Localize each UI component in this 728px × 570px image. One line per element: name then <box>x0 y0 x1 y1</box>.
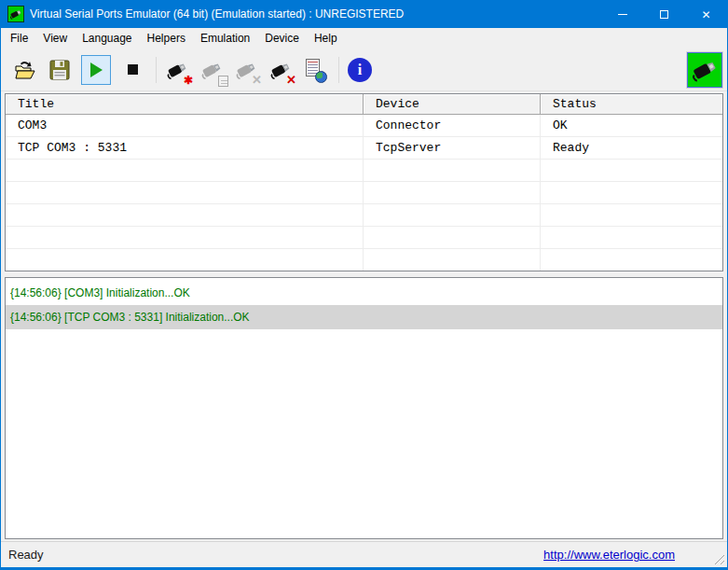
device-properties-button[interactable] <box>199 57 225 83</box>
titlebar[interactable]: Virtual Serial Ports Emulator (64 bit) (… <box>1 0 727 28</box>
table-empty-row <box>6 249 722 271</box>
table-empty-row <box>6 160 722 182</box>
table-empty-row <box>6 227 722 249</box>
status-text: Ready <box>8 548 44 562</box>
device-table: Title Device Status COM3 Connector OK TC… <box>5 93 723 271</box>
about-button[interactable] <box>347 57 373 83</box>
app-window: Virtual Serial Ports Emulator (64 bit) (… <box>0 0 728 570</box>
stop-emulation-button[interactable] <box>119 57 145 83</box>
new-star-icon <box>184 72 193 87</box>
globe-icon <box>315 71 327 83</box>
column-header-status[interactable]: Status <box>541 94 722 115</box>
connector-icon <box>9 7 22 21</box>
open-button[interactable] <box>12 57 38 83</box>
maximize-icon <box>660 10 668 19</box>
minimize-button[interactable] <box>601 0 643 28</box>
delete-x-icon <box>252 72 262 87</box>
window-title: Virtual Serial Ports Emulator (64 bit) (… <box>30 7 404 21</box>
log-panel: {14:56:06} [COM3] Initialization...OK {1… <box>5 277 723 539</box>
connector-icon <box>691 56 719 84</box>
start-emulation-button[interactable] <box>81 55 111 85</box>
list-globe-icon <box>306 59 324 81</box>
cell-title: COM3 <box>6 115 364 137</box>
menu-view[interactable]: View <box>35 29 75 48</box>
menu-emulation[interactable]: Emulation <box>193 29 257 48</box>
menubar: File View Language Helpers Emulation Dev… <box>1 28 727 49</box>
open-folder-icon <box>14 60 36 80</box>
menu-device[interactable]: Device <box>257 29 307 48</box>
window-controls <box>601 0 727 28</box>
table-empty-row <box>6 182 722 204</box>
resize-grip-icon[interactable] <box>712 552 724 564</box>
statusbar: Ready http://www.eterlogic.com <box>1 541 727 567</box>
log-entry[interactable]: {14:56:06} [COM3] Initialization...OK <box>6 281 722 305</box>
menu-help[interactable]: Help <box>307 29 345 48</box>
table-empty-row <box>6 204 722 227</box>
table-row[interactable]: TCP COM3 : 5331 TcpServer Ready <box>6 137 722 160</box>
stop-icon <box>128 64 138 75</box>
cell-device: Connector <box>364 115 541 137</box>
cell-status: OK <box>541 115 722 137</box>
menu-language[interactable]: Language <box>75 29 139 48</box>
delete-all-devices-button[interactable] <box>268 57 294 83</box>
minimize-icon <box>618 14 627 15</box>
cell-status: Ready <box>541 137 722 160</box>
info-icon <box>348 58 372 82</box>
properties-doc-icon <box>218 76 228 87</box>
column-header-title[interactable]: Title <box>6 94 364 115</box>
app-icon <box>7 6 24 22</box>
cell-device: TcpServer <box>364 137 541 160</box>
delete-all-x-icon <box>286 72 296 87</box>
toolbar <box>1 49 727 91</box>
floppy-disk-icon <box>49 60 70 80</box>
menu-file[interactable]: File <box>3 29 35 48</box>
maximize-button[interactable] <box>643 0 685 28</box>
close-icon <box>701 6 710 22</box>
table-header: Title Device Status <box>6 94 722 115</box>
vspe-logo <box>687 52 722 88</box>
table-row[interactable]: COM3 Connector OK <box>6 115 722 137</box>
play-icon <box>90 63 103 77</box>
toolbar-separator <box>156 57 157 83</box>
delete-device-button[interactable] <box>233 57 259 83</box>
device-list-web-button[interactable] <box>302 57 328 83</box>
create-device-button[interactable] <box>164 57 190 83</box>
save-button[interactable] <box>47 57 73 83</box>
cell-title: TCP COM3 : 5331 <box>6 137 364 160</box>
log-entry-selected[interactable]: {14:56:06} [TCP COM3 : 5331] Initializat… <box>6 305 722 329</box>
column-header-device[interactable]: Device <box>364 94 541 115</box>
close-button[interactable] <box>685 0 727 28</box>
eterlogic-link[interactable]: http://www.eterlogic.com <box>543 548 675 562</box>
menu-helpers[interactable]: Helpers <box>140 29 193 48</box>
toolbar-separator <box>338 57 339 83</box>
